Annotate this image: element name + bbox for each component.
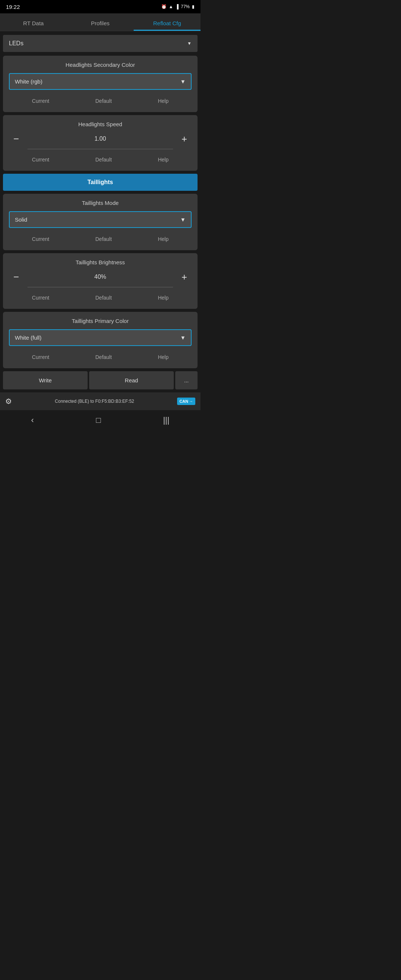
nav-bar: ‹ □ ||| [0, 410, 200, 430]
connection-status-text: Connected (BLE) to F0:F5:BD:B3:EF:52 [12, 399, 177, 404]
read-button[interactable]: Read [89, 371, 174, 390]
taillights-primary-color-default-btn[interactable]: Default [88, 352, 119, 362]
taillights-mode-actions: Current Default Help [9, 234, 192, 244]
headlights-secondary-color-actions: Current Default Help [9, 96, 192, 106]
taillights-mode-default-btn[interactable]: Default [88, 234, 119, 244]
battery-icon: ▮ [192, 4, 194, 9]
headlights-speed-title: Headlights Speed [9, 121, 192, 127]
taillights-mode-title: Taillights Mode [9, 200, 192, 206]
taillights-primary-color-actions: Current Default Help [9, 352, 192, 362]
taillights-mode-value: Solid [15, 216, 27, 223]
taillights-brightness-current-btn[interactable]: Current [24, 293, 57, 303]
taillights-mode-arrow-icon: ▼ [180, 216, 186, 223]
headlights-speed-line [27, 149, 173, 149]
taillights-primary-color-current-btn[interactable]: Current [24, 352, 57, 362]
taillights-brightness-title: Taillights Brightness [9, 259, 192, 266]
headlights-speed-current-btn[interactable]: Current [24, 154, 57, 165]
taillights-mode-card: Taillights Mode Solid ▼ Current Default … [3, 194, 197, 250]
headlights-secondary-color-current-btn[interactable]: Current [24, 96, 57, 106]
leds-dropdown-container: LEDs ▼ [3, 35, 197, 52]
recents-nav-icon[interactable]: ||| [163, 415, 169, 425]
taillights-primary-color-help-btn[interactable]: Help [150, 352, 176, 362]
headlights-secondary-color-card: Headlights Secondary Color White (rgb) ▼… [3, 56, 197, 112]
headlights-secondary-color-help-btn[interactable]: Help [150, 96, 176, 106]
taillights-primary-color-value: White (full) [15, 334, 41, 341]
status-time: 19:22 [6, 4, 20, 10]
headlights-secondary-color-title: Headlights Secondary Color [9, 62, 192, 68]
status-bar: 19:22 ⏰ ▲ ▐ 77% ▮ [0, 0, 200, 13]
taillights-brightness-plus-btn[interactable]: + [177, 270, 192, 283]
status-icons: ⏰ ▲ ▐ 77% ▮ [161, 4, 194, 9]
settings-gear-icon[interactable]: ⚙ [5, 397, 12, 406]
headlights-speed-value: 1.00 [23, 135, 177, 142]
taillights-mode-help-btn[interactable]: Help [150, 234, 176, 244]
tab-rt-data[interactable]: RT Data [0, 13, 67, 31]
taillights-primary-color-select[interactable]: White (full) ▼ [9, 329, 192, 346]
headlights-speed-stepper-row: − 1.00 + [9, 132, 192, 145]
headlights-secondary-color-default-btn[interactable]: Default [88, 96, 119, 106]
wifi-icon: ▲ [169, 4, 173, 9]
headlights-speed-actions: Current Default Help [9, 154, 192, 165]
taillights-mode-select[interactable]: Solid ▼ [9, 211, 192, 228]
tab-profiles[interactable]: Profiles [67, 13, 134, 31]
taillights-brightness-default-btn[interactable]: Default [88, 293, 119, 303]
taillights-primary-color-arrow-icon: ▼ [180, 334, 186, 341]
taillights-brightness-value: 40% [23, 274, 177, 280]
headlights-secondary-color-value: White (rgb) [15, 78, 42, 84]
leds-dropdown-button[interactable]: LEDs ▼ [3, 35, 197, 52]
signal-icon: ▐ [175, 4, 178, 9]
headlights-speed-help-btn[interactable]: Help [150, 154, 176, 165]
taillights-brightness-card: Taillights Brightness − 40% + Current De… [3, 253, 197, 309]
taillights-brightness-minus-btn[interactable]: − [9, 270, 23, 283]
taillights-primary-color-title: Taillights Primary Color [9, 318, 192, 324]
alarm-icon: ⏰ [161, 4, 167, 9]
ellipsis-button[interactable]: ... [175, 371, 197, 390]
home-nav-icon[interactable]: □ [96, 415, 100, 425]
taillights-mode-current-btn[interactable]: Current [24, 234, 57, 244]
can-label: CAN [179, 399, 188, 404]
status-footer: ⚙ Connected (BLE) to F0:F5:BD:B3:EF:52 C… [0, 392, 200, 410]
leds-dropdown-label: LEDs [9, 40, 23, 47]
can-arrow-icon: → [189, 399, 193, 404]
taillights-brightness-help-btn[interactable]: Help [150, 293, 176, 303]
headlights-secondary-color-arrow-icon: ▼ [180, 78, 186, 84]
headlights-speed-minus-btn[interactable]: − [9, 132, 23, 145]
tab-refloat-cfg[interactable]: Refloat Cfg [134, 13, 200, 31]
headlights-secondary-color-select[interactable]: White (rgb) ▼ [9, 73, 192, 90]
taillights-primary-color-card: Taillights Primary Color White (full) ▼ … [3, 312, 197, 368]
taillights-brightness-stepper-row: − 40% + [9, 270, 192, 283]
leds-dropdown-arrow-icon: ▼ [187, 41, 192, 46]
write-button[interactable]: Write [3, 371, 88, 390]
taillights-brightness-actions: Current Default Help [9, 293, 192, 303]
headlights-speed-default-btn[interactable]: Default [88, 154, 119, 165]
back-nav-icon[interactable]: ‹ [31, 415, 34, 425]
headlights-speed-card: Headlights Speed − 1.00 + Current Defaul… [3, 115, 197, 171]
headlights-speed-plus-btn[interactable]: + [177, 132, 192, 145]
battery-percent: 77% [181, 4, 190, 9]
taillights-brightness-line [27, 287, 173, 287]
nav-tabs: RT Data Profiles Refloat Cfg [0, 13, 200, 31]
can-badge: CAN → [177, 398, 195, 405]
taillights-section-header[interactable]: Taillights [3, 174, 197, 191]
bottom-buttons: Write Read ... [3, 371, 197, 390]
